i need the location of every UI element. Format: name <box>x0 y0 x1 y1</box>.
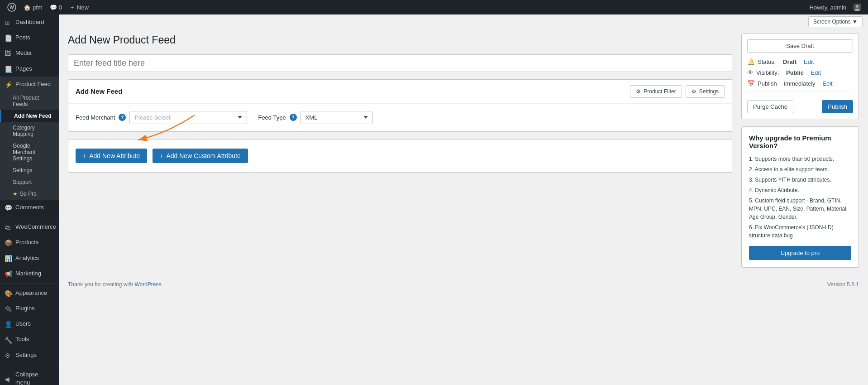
comments-icon: 💬 <box>5 204 12 211</box>
feed-merchant-group: Feed Merchant ? Please Select <box>76 111 247 124</box>
upgrade-to-pro-button[interactable]: Upgrade to pro <box>749 246 851 260</box>
status-edit-link[interactable]: Edit <box>804 58 814 65</box>
feed-type-select[interactable]: XML CSV TSV JSON <box>300 111 373 124</box>
users-icon: 👤 <box>5 320 12 327</box>
sidebar-label-appearance: Appearance <box>15 289 47 297</box>
svg-point-3 <box>856 5 858 8</box>
submenu-add-new-feed[interactable]: Add New Feed <box>0 110 59 122</box>
sidebar-item-tools[interactable]: 🔧 Tools <box>0 332 59 347</box>
sidebar-label-comments: Comments <box>15 203 44 212</box>
sidebar-item-product-feed[interactable]: ⚡ Product Feed <box>0 77 59 92</box>
admin-bar: W 🏠 pfm 💬 0 ＋ New Howdy, admin <box>0 0 868 14</box>
save-draft-button[interactable]: Save Draft <box>747 39 853 53</box>
settings-button[interactable]: ⚙ Settings <box>686 85 725 98</box>
visibility-edit-link[interactable]: Edit <box>811 69 821 76</box>
add-new-custom-attribute-button[interactable]: + Add New Custom Attribute <box>153 149 248 163</box>
screen-options-bar: Screen Options ▼ <box>59 14 868 29</box>
submenu-settings-label: Settings <box>13 167 32 173</box>
sidebar-label-settings: Settings <box>15 351 37 359</box>
footer: Thank you for creating with WordPress. V… <box>59 277 868 292</box>
marketing-icon: 📢 <box>5 270 12 277</box>
publish-button[interactable]: Publish <box>822 100 853 113</box>
add-new-feed-label: Add New Feed <box>14 113 52 119</box>
plus-icon: ＋ <box>69 3 75 11</box>
submenu-support[interactable]: Support <box>0 176 59 188</box>
admin-avatar[interactable] <box>850 0 864 14</box>
visibility-icon: 👁 <box>747 69 754 76</box>
publish-label: Publish <box>758 80 777 87</box>
feed-merchant-row: Feed Merchant ? Please Select Feed Type … <box>76 111 725 124</box>
posts-icon: 📄 <box>5 34 12 41</box>
analytics-icon: 📊 <box>5 255 12 262</box>
feed-merchant-label: Feed Merchant <box>76 114 115 121</box>
submenu-category-mapping[interactable]: Category Mapping <box>0 122 59 140</box>
sidebar-item-posts[interactable]: 📄 Posts <box>0 30 59 45</box>
submenu-all-product-feeds[interactable]: All Product Feeds <box>0 92 59 110</box>
feed-title-input[interactable] <box>68 54 732 72</box>
sidebar-item-woocommerce[interactable]: 🛍 WooCommerce <box>0 219 59 235</box>
go-pro-label: Go Pro <box>19 191 37 197</box>
sidebar-item-dashboard[interactable]: ⊞ Dashboard <box>0 14 59 30</box>
premium-item-1: 1. Supports more than 50 products. <box>749 155 851 163</box>
site-name-item[interactable]: 🏠 pfm <box>20 0 46 14</box>
new-item[interactable]: ＋ New <box>66 0 92 14</box>
sidebar: ⊞ Dashboard 📄 Posts 🖼 Media 📃 Pages ⚡ Pr… <box>0 14 59 385</box>
comment-count: 0 <box>59 4 62 11</box>
publish-divider <box>747 91 853 92</box>
screen-options-label: Screen Options ▼ <box>813 19 858 25</box>
sidebar-label-pages: Pages <box>15 65 32 73</box>
sidebar-item-collapse[interactable]: ◀ Collapse menu <box>0 367 59 385</box>
add-new-feed-panel: Add New Feed ⚙ Product Filter ⚙ Settings <box>68 79 732 132</box>
sidebar-item-appearance[interactable]: 🎨 Appearance <box>0 285 59 301</box>
products-icon: 📦 <box>5 239 12 246</box>
wordpress-link[interactable]: WordPress <box>134 281 161 288</box>
status-value: Draft <box>783 58 796 65</box>
sidebar-item-media[interactable]: 🖼 Media <box>0 45 59 61</box>
sidebar-item-products[interactable]: 📦 Products <box>0 235 59 250</box>
sidebar-label-woocommerce: WooCommerce <box>15 223 56 231</box>
footer-text: Thank you for creating with WordPress. <box>68 281 163 288</box>
sidebar-item-settings[interactable]: ⚙ Settings <box>0 347 59 363</box>
publish-calendar-icon: 📅 <box>747 80 755 87</box>
add-custom-attr-label: Add New Custom Attribute <box>166 152 240 159</box>
sidebar-item-analytics[interactable]: 📊 Analytics <box>0 250 59 266</box>
screen-options-button[interactable]: Screen Options ▼ <box>808 16 863 27</box>
collapse-icon: ◀ <box>5 375 12 382</box>
sidebar-label-tools: Tools <box>15 335 29 343</box>
add-custom-attr-plus-icon: + <box>160 152 163 159</box>
page-title: Add New Product Feed <box>68 34 732 47</box>
tools-icon: 🔧 <box>5 336 12 343</box>
site-home-icon: 🏠 <box>24 4 31 11</box>
sidebar-label-plugins: Plugins <box>15 304 35 313</box>
feed-merchant-help-icon[interactable]: ? <box>119 114 126 121</box>
sidebar-item-pages[interactable]: 📃 Pages <box>0 61 59 77</box>
comments-item[interactable]: 💬 0 <box>46 0 66 14</box>
layout: ⊞ Dashboard 📄 Posts 🖼 Media 📃 Pages ⚡ Pr… <box>0 14 868 385</box>
publish-edit-link[interactable]: Edit <box>822 80 832 87</box>
google-merchant-settings-label: Google Merchant Settings <box>13 143 54 162</box>
feed-merchant-select[interactable]: Please Select <box>129 111 247 124</box>
feed-type-help-icon[interactable]: ? <box>290 114 297 121</box>
sidebar-separator-3 <box>0 365 59 365</box>
sidebar-item-plugins[interactable]: 🔌 Plugins <box>0 301 59 316</box>
feed-type-label: Feed Type <box>258 114 286 121</box>
premium-item-5: 5. Custom field support - Brand, GTIN, M… <box>749 197 851 221</box>
purge-cache-button[interactable]: Purge Cache <box>747 100 793 113</box>
submenu-google-merchant-settings[interactable]: Google Merchant Settings <box>0 140 59 164</box>
sidebar-item-users[interactable]: 👤 Users <box>0 316 59 332</box>
wp-logo-item[interactable]: W <box>4 0 20 14</box>
add-new-attribute-button[interactable]: + Add New Attribute <box>76 149 147 163</box>
sidebar-label-dashboard: Dashboard <box>15 18 44 26</box>
product-filter-button[interactable]: ⚙ Product Filter <box>630 85 682 98</box>
submenu-settings[interactable]: Settings <box>0 164 59 176</box>
right-sidebar: Save Draft 🔔 Status: Draft Edit 👁 Visibi… <box>741 34 859 268</box>
submenu-go-pro[interactable]: ★ Go Pro <box>0 188 59 200</box>
sidebar-item-marketing[interactable]: 📢 Marketing <box>0 266 59 281</box>
sidebar-separator-2 <box>0 283 59 284</box>
purge-cache-label: Purge Cache <box>753 103 787 110</box>
svg-text:W: W <box>10 5 14 10</box>
sidebar-label-product-feed: Product Feed <box>15 80 51 88</box>
sidebar-item-comments[interactable]: 💬 Comments <box>0 200 59 215</box>
status-icon: 🔔 <box>747 58 755 65</box>
product-filter-label: Product Filter <box>644 88 676 95</box>
